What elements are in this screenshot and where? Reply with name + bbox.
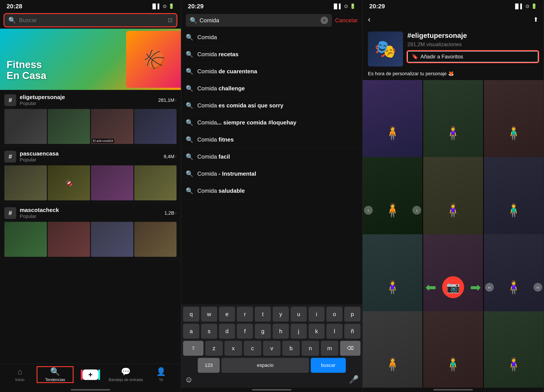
- hashtag-name: #eligetupersonaje: [407, 31, 538, 40]
- key-p[interactable]: p: [344, 307, 361, 322]
- key-buscar[interactable]: buscar: [311, 358, 346, 373]
- carousel-left-9[interactable]: ‹‹: [485, 283, 494, 292]
- key-h[interactable]: h: [273, 324, 289, 339]
- key-space[interactable]: espacio: [221, 358, 309, 373]
- nav-profile-label: Yo: [159, 378, 163, 382]
- trend-item-eligetupersonaje[interactable]: # eligetupersonaje Popular 281,1M › El a…: [0, 90, 181, 146]
- result-comida-facil[interactable]: 🔍 Comida facil: [181, 148, 362, 165]
- clear-btn[interactable]: ✕: [321, 17, 328, 24]
- result-text-7: Comida facil: [197, 153, 230, 160]
- key-g[interactable]: g: [255, 324, 271, 339]
- trend-item-mascotacheck[interactable]: # mascotacheck Popular 1,2B ›: [0, 203, 181, 259]
- result-comida-cuarentena[interactable]: 🔍 Comida de cuarentena: [181, 63, 362, 80]
- trend-count: 281,1M ›: [158, 97, 177, 103]
- add-favorites-btn[interactable]: 🔖 Añadir a Favoritos: [407, 51, 538, 62]
- thumb-3: El anti-covid19: [91, 109, 133, 144]
- key-j[interactable]: j: [291, 324, 307, 339]
- thumb-5: [4, 165, 47, 200]
- bottom-nav-1: ⌂ Inicio 🔍 Tendencias + 💬 Bandeja de ent…: [0, 363, 181, 388]
- key-t[interactable]: t: [255, 307, 271, 322]
- trend-count-2: 9,4M ›: [164, 154, 177, 160]
- result-comida-siempre[interactable]: 🔍 Comida... siempre comida #loquehay: [181, 114, 362, 131]
- nav-tendencias-label: Tendencias: [45, 378, 65, 382]
- trend-count-3: 1,2B ›: [165, 210, 177, 216]
- result-comida-saludable[interactable]: 🔍 Comida saludable: [181, 182, 362, 200]
- home-indicator-3: [363, 388, 544, 392]
- key-backspace[interactable]: ⌫: [340, 341, 361, 356]
- nav-create[interactable]: +: [73, 369, 108, 380]
- key-123[interactable]: 123: [198, 358, 220, 373]
- kb-bottom-row: ☺ 🎤: [183, 375, 361, 384]
- key-f[interactable]: f: [237, 324, 253, 339]
- key-y[interactable]: y: [273, 307, 289, 322]
- create-plus-btn[interactable]: +: [83, 369, 98, 380]
- grid-cell-12[interactable]: 🧍‍♀️ La hipocondriaca: [484, 311, 544, 388]
- result-comida-es-comida[interactable]: 🔍 Comida es comida así que sorry: [181, 97, 362, 114]
- nav-inbox-label: Bandeja de entrada: [109, 378, 143, 382]
- scan-icon: ⊡: [168, 17, 172, 24]
- panel-hashtag-detail: 20:29 ▐▌▌ ⊙ 🔋 ‹ ⬆ 🎭 #eligetupersonaje 28…: [363, 0, 544, 392]
- record-camera-btn[interactable]: 📷: [442, 276, 464, 298]
- cell-person-11: 🧍‍♂️: [423, 311, 483, 388]
- key-k[interactable]: k: [308, 324, 325, 339]
- key-i[interactable]: i: [308, 307, 325, 322]
- key-r[interactable]: r: [237, 307, 253, 322]
- result-comida-instrumental[interactable]: 🔍 Comida - Instrumental: [181, 165, 362, 182]
- battery-icon-2: 🔋: [350, 4, 356, 9]
- key-z[interactable]: z: [205, 341, 223, 356]
- key-o[interactable]: o: [326, 307, 343, 322]
- trend-name-3: mascotacheck: [20, 207, 165, 213]
- hashtag-video-grid: 🧍 🧍‍♀️ 🧍‍♂️ El anti-covid19 🧍 ‹ › 🧍‍♀️ 🧍…: [363, 80, 544, 388]
- grid-cell-11[interactable]: 🧍‍♂️: [423, 311, 483, 388]
- home-bar-3: [433, 389, 473, 391]
- thumb-4: [134, 109, 177, 144]
- trend-item-pascuaencasa[interactable]: # pascuaencasa Popular 9,4M › 🍫: [0, 146, 181, 203]
- emoji-btn[interactable]: ☺: [185, 375, 193, 384]
- result-comida-challenge[interactable]: 🔍 Comida challenge: [181, 80, 362, 97]
- nav-profile[interactable]: 👤 Yo: [143, 367, 179, 382]
- cancel-btn[interactable]: Cancelar: [335, 17, 358, 24]
- search-box[interactable]: 🔍 Buscar ⊡: [4, 14, 177, 26]
- share-btn[interactable]: ⬆: [533, 16, 538, 23]
- key-q[interactable]: q: [183, 307, 199, 322]
- key-a[interactable]: a: [183, 324, 199, 339]
- key-v[interactable]: v: [263, 341, 281, 356]
- key-shift[interactable]: ⇧: [183, 341, 203, 356]
- kb-row-1: q w e r t y u i o p: [183, 307, 361, 322]
- profile-icon: 👤: [156, 367, 166, 376]
- result-comida-recetas[interactable]: 🔍 Comida recetas: [181, 46, 362, 63]
- nav-tendencias[interactable]: 🔍 Tendencias: [37, 367, 73, 382]
- key-l[interactable]: l: [326, 324, 343, 339]
- key-e[interactable]: e: [219, 307, 235, 322]
- carousel-right-9[interactable]: ››: [533, 283, 542, 292]
- hashtag-info: #eligetupersonaje 281,2M visualizaciones…: [407, 31, 538, 62]
- carousel-right-4[interactable]: ›: [412, 206, 421, 215]
- key-n[interactable]: n: [302, 341, 319, 356]
- key-b[interactable]: b: [282, 341, 300, 356]
- search-field[interactable]: 🔍 Comida ✕: [186, 14, 332, 27]
- fav-btn-label: Añadir a Favoritos: [420, 54, 463, 60]
- grid-cell-10[interactable]: 🧍: [363, 311, 422, 388]
- key-u[interactable]: u: [291, 307, 307, 322]
- key-w[interactable]: w: [201, 307, 217, 322]
- hero-image: 🏀: [126, 31, 181, 88]
- mic-btn[interactable]: 🎤: [349, 375, 359, 384]
- key-s[interactable]: s: [201, 324, 217, 339]
- key-enie[interactable]: ñ: [344, 324, 361, 339]
- result-text-1: Comida recetas: [197, 51, 238, 58]
- nav-home[interactable]: ⌂ Inicio: [2, 367, 37, 382]
- trend-header: # eligetupersonaje Popular 281,1M ›: [4, 94, 177, 106]
- carousel-left-4[interactable]: ‹: [364, 206, 373, 215]
- key-d[interactable]: d: [219, 324, 235, 339]
- result-comida-fitnes[interactable]: 🔍 Comida fitnes: [181, 131, 362, 148]
- nav-inbox[interactable]: 💬 Bandeja de entrada: [108, 367, 143, 382]
- trend-name: eligetupersonaje: [20, 94, 158, 101]
- key-m[interactable]: m: [321, 341, 338, 356]
- search-results-list: 🔍 Comida 🔍 Comida recetas 🔍 Comida de cu…: [181, 29, 362, 305]
- thumb-12: [134, 222, 177, 257]
- key-x[interactable]: x: [225, 341, 242, 356]
- thumb-2: [48, 109, 90, 144]
- back-btn[interactable]: ‹: [368, 15, 371, 24]
- result-comida[interactable]: 🔍 Comida: [181, 29, 362, 46]
- key-c[interactable]: c: [244, 341, 261, 356]
